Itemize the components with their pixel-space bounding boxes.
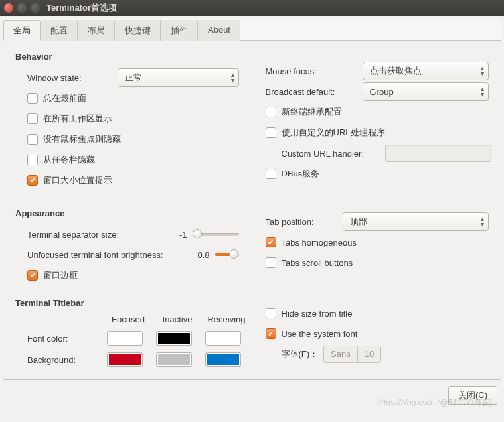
watermark-text: https://blog.csdn (@51CTO博客): [377, 397, 492, 409]
tab-layouts[interactable]: 布局: [78, 20, 115, 41]
unfocused-brightness-value: 0.8: [197, 250, 209, 260]
tab-global[interactable]: 全局: [3, 20, 41, 41]
font-button: Sans 10: [323, 346, 381, 363]
titlebar-heading: Terminal Titlebar: [15, 298, 239, 308]
window-state-combo[interactable]: 正常 ▴▾: [118, 68, 239, 87]
font-label: 字体(F)：: [282, 348, 319, 360]
hide-size-from-title-checkbox[interactable]: [266, 308, 276, 318]
use-system-font-checkbox[interactable]: [266, 328, 276, 339]
geometry-hints-checkbox[interactable]: [27, 175, 38, 186]
unfocused-brightness-slider[interactable]: [215, 253, 239, 257]
reuse-profiles-checkbox[interactable]: [266, 107, 276, 117]
all-workspaces-label: 在所有工作区显示: [43, 113, 112, 125]
custom-url-handler-input: [385, 145, 491, 162]
background-focused-swatch[interactable]: [107, 352, 143, 367]
broadcast-default-value: Group: [370, 87, 394, 97]
combo-arrows-icon: ▴▾: [481, 216, 484, 227]
tabs-homogeneous-label: Tabs homogeneous: [282, 238, 357, 247]
window-minimize-icon[interactable]: [17, 3, 27, 13]
broadcast-default-combo[interactable]: Group ▴▾: [363, 82, 489, 101]
separator-size-value: -1: [179, 230, 187, 240]
tab-plugins[interactable]: 插件: [161, 20, 198, 41]
tab-profiles[interactable]: 配置: [41, 20, 78, 41]
tab-position-value: 顶部: [350, 216, 367, 228]
window-borders-label: 窗口边框: [43, 269, 78, 281]
tab-keybindings[interactable]: 快捷键: [115, 20, 161, 41]
window-borders-checkbox[interactable]: [27, 270, 38, 281]
left-column: Behavior Window state: 正常 ▴▾ 总在最前面 在所有工作…: [15, 49, 239, 367]
font-color-receiving-swatch[interactable]: [205, 331, 241, 346]
reuse-profiles-label: 新终端继承配置: [282, 106, 342, 118]
tabs-homogeneous-checkbox[interactable]: [266, 237, 276, 247]
window-titlebar: Terminator首选项: [0, 0, 504, 16]
appearance-heading: Appearance: [15, 208, 239, 218]
col-header-receiving: Receiving: [205, 315, 248, 324]
window-state-label: Window state:: [27, 73, 112, 83]
tab-about[interactable]: About: [198, 20, 240, 41]
font-color-focused-swatch[interactable]: [107, 331, 143, 346]
window-close-icon[interactable]: [4, 3, 13, 13]
separator-size-slider[interactable]: [193, 232, 239, 236]
dbus-server-label: DBus服务: [282, 168, 320, 180]
always-on-top-checkbox[interactable]: [27, 93, 38, 104]
window-maximize-icon[interactable]: [31, 3, 40, 13]
separator-size-label: Terminal separator size:: [27, 230, 119, 240]
preferences-notebook: 全局 配置 布局 快捷键 插件 About Behavior Window st…: [3, 19, 501, 380]
window-title: Terminator首选项: [46, 2, 117, 14]
font-color-inactive-swatch[interactable]: [156, 331, 192, 346]
behavior-heading: Behavior: [15, 52, 239, 62]
all-workspaces-checkbox[interactable]: [27, 113, 38, 124]
dbus-server-checkbox[interactable]: [266, 169, 276, 179]
mouse-focus-combo[interactable]: 点击获取焦点 ▴▾: [363, 62, 489, 80]
combo-arrows-icon: ▴▾: [231, 72, 234, 83]
col-header-focused: Focused: [107, 315, 149, 324]
always-on-top-label: 总在最前面: [43, 92, 86, 104]
font-size-value: 10: [358, 346, 380, 362]
unfocused-brightness-label: Unfocused terminal font brightness:: [27, 250, 163, 260]
geometry-hints-label: 窗口大小位置提示: [43, 175, 112, 186]
window-state-value: 正常: [125, 72, 142, 84]
combo-arrows-icon: ▴▾: [481, 66, 484, 76]
background-receiving-swatch[interactable]: [205, 352, 241, 367]
col-header-inactive: Inactive: [156, 315, 199, 324]
custom-url-handler-field-label: Custom URL handler:: [282, 149, 380, 159]
combo-arrows-icon: ▴▾: [481, 86, 484, 97]
hide-from-taskbar-checkbox[interactable]: [27, 155, 38, 165]
tab-position-combo[interactable]: 顶部 ▴▾: [343, 212, 489, 231]
tabs-scroll-buttons-checkbox[interactable]: [266, 257, 276, 268]
hide-on-lose-focus-checkbox[interactable]: [27, 134, 38, 145]
tab-position-label: Tab position:: [266, 217, 337, 227]
background-color-label: Background:: [27, 355, 100, 365]
font-family-value: Sans: [324, 346, 358, 362]
custom-url-handler-checkbox[interactable]: [266, 127, 276, 138]
background-inactive-swatch[interactable]: [156, 352, 192, 367]
hide-from-taskbar-label: 从任务栏隐藏: [43, 154, 95, 166]
mouse-focus-label: Mouse focus:: [266, 66, 357, 76]
titlebar-color-grid: Focused Inactive Receiving Font color: B…: [15, 315, 239, 367]
tab-page-global: Behavior Window state: 正常 ▴▾ 总在最前面 在所有工作…: [3, 41, 501, 379]
use-system-font-label: Use the system font: [282, 329, 358, 339]
hide-on-lose-focus-label: 没有鼠标焦点则隐藏: [43, 133, 121, 145]
font-color-label: Font color:: [27, 334, 100, 344]
tabs-scroll-buttons-label: Tabs scroll buttons: [282, 258, 353, 268]
right-column: Mouse focus: 点击获取焦点 ▴▾ Broadcast default…: [266, 49, 489, 367]
mouse-focus-value: 点击获取焦点: [370, 65, 422, 77]
broadcast-default-label: Broadcast default:: [266, 87, 357, 97]
hide-size-from-title-label: Hide size from title: [282, 309, 353, 318]
custom-url-handler-label: 使用自定义的URL处理程序: [282, 127, 385, 139]
